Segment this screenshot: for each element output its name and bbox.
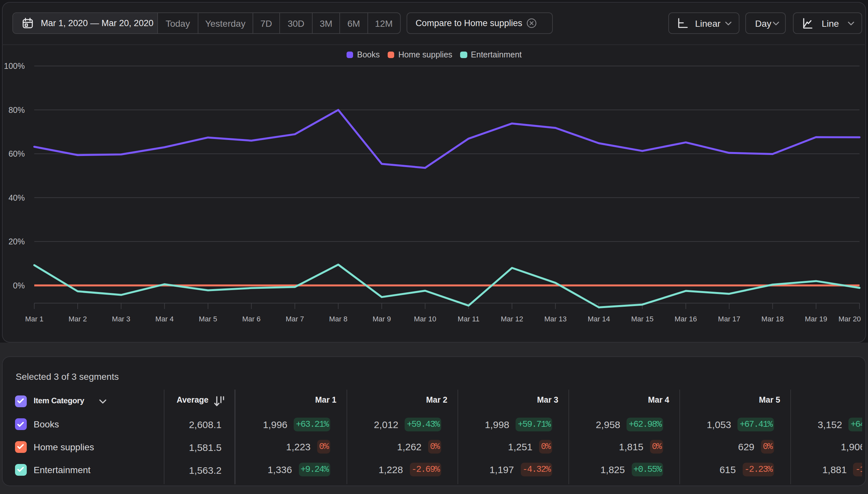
svg-text:40%: 40% <box>8 193 25 202</box>
svg-text:20%: 20% <box>8 237 25 246</box>
svg-text:Mar 9: Mar 9 <box>373 315 391 323</box>
svg-text:Mar 19: Mar 19 <box>805 315 827 323</box>
svg-text:0%: 0% <box>13 281 25 290</box>
svg-text:Mar 10: Mar 10 <box>414 315 436 323</box>
svg-text:Mar 17: Mar 17 <box>718 315 740 323</box>
svg-text:Mar 14: Mar 14 <box>588 315 610 323</box>
svg-text:Mar 13: Mar 13 <box>544 315 566 323</box>
svg-text:Mar 12: Mar 12 <box>501 315 523 323</box>
svg-text:Mar 6: Mar 6 <box>242 315 260 323</box>
svg-text:Mar 1: Mar 1 <box>25 315 43 323</box>
svg-text:60%: 60% <box>8 149 25 158</box>
svg-text:Mar 8: Mar 8 <box>329 315 347 323</box>
svg-text:Mar 7: Mar 7 <box>285 315 304 323</box>
svg-text:Mar 3: Mar 3 <box>112 315 130 323</box>
svg-text:Mar 20: Mar 20 <box>838 315 861 323</box>
svg-text:Mar 18: Mar 18 <box>761 315 784 323</box>
svg-text:Mar 4: Mar 4 <box>155 315 174 323</box>
svg-text:Mar 5: Mar 5 <box>199 315 217 323</box>
svg-text:100%: 100% <box>4 61 25 71</box>
svg-text:Mar 2: Mar 2 <box>69 315 87 323</box>
svg-text:Mar 15: Mar 15 <box>631 315 653 323</box>
svg-text:Mar 11: Mar 11 <box>458 315 480 323</box>
svg-text:80%: 80% <box>8 106 25 115</box>
svg-text:Mar 16: Mar 16 <box>675 315 697 323</box>
